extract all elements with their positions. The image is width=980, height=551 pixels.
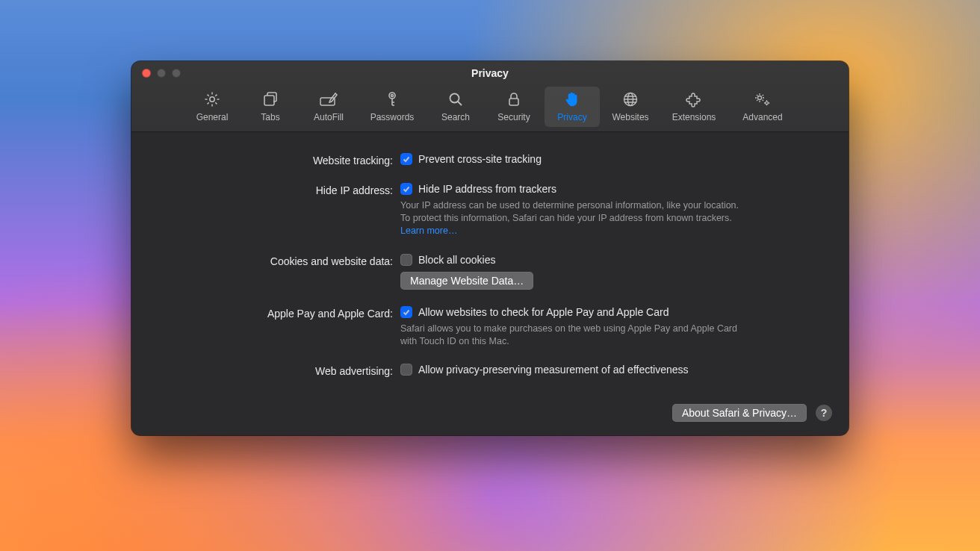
checkbox-label: Allow privacy-preserving measurement of … (418, 364, 689, 376)
svg-point-9 (758, 96, 762, 100)
key-icon (382, 90, 402, 109)
tab-autofill[interactable]: AutoFill (301, 87, 356, 127)
hide-ip-description: Your IP address can be used to determine… (400, 199, 744, 237)
preferences-window: Privacy General Tab (131, 61, 849, 435)
row-hide-ip: Hide IP address: Hide IP address from tr… (161, 183, 819, 237)
about-safari-privacy-button[interactable]: About Safari & Privacy… (672, 404, 807, 422)
checkbox-label: Allow websites to check for Apple Pay an… (418, 306, 669, 318)
row-apple-pay: Apple Pay and Apple Card: Allow websites… (161, 306, 819, 348)
label-cookies: Cookies and website data: (161, 254, 400, 290)
footer: About Safari & Privacy… ? (131, 401, 849, 435)
titlebar: Privacy General Tab (131, 61, 849, 132)
tab-search[interactable]: Search (428, 87, 483, 127)
tab-label: General (196, 112, 229, 122)
tab-label: Search (441, 112, 470, 122)
privacy-pane: Website tracking: Prevent cross-site tra… (131, 132, 849, 401)
checkbox-label: Prevent cross-site tracking (418, 153, 542, 165)
svg-point-4 (391, 95, 394, 97)
tab-label: Websites (612, 112, 648, 122)
checkbox-prevent-cross-site-tracking[interactable] (400, 153, 412, 165)
learn-more-link[interactable]: Learn more… (400, 225, 457, 236)
checkbox-block-all-cookies[interactable] (400, 254, 412, 266)
traffic-lights (142, 69, 181, 78)
manage-website-data-button[interactable]: Manage Website Data… (400, 272, 533, 290)
tab-general[interactable]: General (184, 87, 240, 127)
tab-label: Tabs (261, 112, 279, 122)
search-icon (446, 90, 465, 109)
svg-point-3 (389, 93, 395, 99)
help-button[interactable]: ? (816, 405, 832, 421)
svg-point-5 (450, 94, 459, 103)
tab-label: Privacy (557, 112, 586, 122)
label-hide-ip: Hide IP address: (161, 183, 400, 237)
label-apple-pay: Apple Pay and Apple Card: (161, 306, 400, 348)
svg-point-10 (766, 102, 769, 105)
tab-advanced[interactable]: Advanced (730, 87, 796, 127)
svg-rect-1 (264, 96, 274, 105)
tab-websites[interactable]: Websites (603, 87, 658, 127)
zoom-window-button[interactable] (172, 69, 181, 78)
tab-extensions[interactable]: Extensions (661, 87, 727, 127)
checkbox-allow-ad-measurement[interactable] (400, 364, 412, 376)
tab-passwords[interactable]: Passwords (359, 87, 425, 127)
svg-point-0 (210, 97, 214, 102)
lock-icon (504, 90, 524, 109)
svg-rect-6 (509, 99, 518, 105)
tab-label: Extensions (672, 112, 716, 122)
puzzle-icon (684, 90, 704, 109)
checkbox-label: Hide IP address from trackers (418, 183, 556, 195)
tab-label: Advanced (742, 112, 782, 122)
checkbox-label: Block all cookies (418, 254, 496, 266)
tab-security[interactable]: Security (486, 87, 542, 127)
globe-icon (621, 90, 640, 109)
window-title: Privacy (131, 61, 849, 85)
pencil-box-icon (319, 90, 338, 109)
row-cookies: Cookies and website data: Block all cook… (161, 254, 819, 290)
label-website-tracking: Website tracking: (161, 153, 400, 166)
gear-icon (202, 90, 222, 109)
row-web-advertising: Web advertising: Allow privacy-preservin… (161, 364, 819, 377)
minimize-window-button[interactable] (157, 69, 166, 78)
preferences-toolbar: General Tabs AutoFill (131, 85, 849, 131)
tab-label: AutoFill (314, 112, 344, 122)
tab-label: Passwords (370, 112, 415, 122)
tabs-icon (261, 90, 280, 109)
gears-icon (753, 90, 772, 109)
tab-privacy[interactable]: Privacy (545, 87, 600, 127)
hand-icon (562, 90, 582, 109)
svg-rect-2 (320, 98, 335, 105)
apple-pay-description: Safari allows you to make purchases on t… (400, 323, 744, 348)
row-website-tracking: Website tracking: Prevent cross-site tra… (161, 153, 819, 166)
checkbox-allow-apple-pay-check[interactable] (400, 306, 412, 318)
close-window-button[interactable] (142, 69, 151, 78)
checkbox-hide-ip-from-trackers[interactable] (400, 183, 412, 195)
tab-tabs[interactable]: Tabs (243, 87, 298, 127)
label-web-advertising: Web advertising: (161, 364, 400, 377)
tab-label: Security (497, 112, 530, 122)
